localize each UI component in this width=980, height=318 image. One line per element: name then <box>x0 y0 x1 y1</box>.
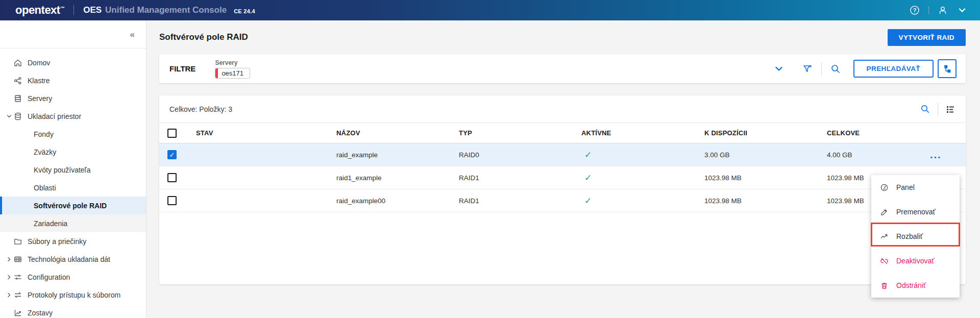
sidebar-item-label: Súbory a priečinky <box>28 237 86 246</box>
active-check-icon: ✓ <box>584 195 704 206</box>
filter-expand-chevron-icon[interactable] <box>774 64 783 74</box>
table-row[interactable]: ✓ raid_example RAID0 ✓ 3.00 GB 4.00 GB .… <box>159 143 966 166</box>
clear-filter-icon[interactable] <box>802 63 813 75</box>
product-name: OES <box>83 5 102 15</box>
select-all-checkbox[interactable] <box>167 129 177 138</box>
home-icon <box>13 58 28 67</box>
chevron-down-icon[interactable] <box>0 113 13 119</box>
menu-item-premenovat[interactable]: Premenovať <box>871 200 960 224</box>
topbar-icon-divider <box>928 6 929 14</box>
filter-label: FILTRE <box>169 64 195 73</box>
sidebar-item-label: Zväzky <box>0 148 56 156</box>
sidebar-item-zvazky[interactable]: Zväzky <box>0 143 146 161</box>
available-size: 1023.98 MB <box>704 174 827 182</box>
raid-name: raid_example00 <box>336 197 459 205</box>
menu-item-deaktivovat[interactable]: Deaktivovať <box>871 249 960 273</box>
table-row[interactable]: raid1_example RAID1 ✓ 1023.98 MB 1023.98… <box>159 166 966 189</box>
menu-item-panel[interactable]: Panel <box>871 175 960 200</box>
menu-item-odstranit[interactable]: Odstrániť <box>871 273 960 298</box>
sidebar-collapse-button[interactable]: « <box>130 30 135 39</box>
filter-search-icon[interactable] <box>830 63 841 75</box>
sidebar-item-label: Protokoly prístupu k súborom <box>28 291 120 299</box>
raid-name: raid_example <box>336 151 459 159</box>
sidebar-item-servery[interactable]: Servery <box>0 89 146 107</box>
sidebar-item-label: Klastre <box>28 77 50 85</box>
pencil-icon <box>880 208 889 216</box>
sidebar-item-oblasti[interactable]: Oblasti <box>0 179 146 197</box>
sidebar: « Domov Klastre <box>0 20 146 318</box>
trash-icon <box>880 281 889 290</box>
top-bar: opentext™ OES Unified Management Console… <box>0 0 980 20</box>
folder-icon <box>13 237 28 246</box>
raid-type: RAID1 <box>459 174 581 182</box>
trademark-symbol: ™ <box>60 6 65 11</box>
chip-status-bar <box>215 68 218 78</box>
table-header-row: STAV NÁZOV TYP AKTÍVNE K DISPOZÍCII CELK… <box>159 123 966 143</box>
table-search-icon[interactable] <box>920 104 930 114</box>
row-more-menu-button[interactable]: ... <box>930 152 966 157</box>
create-raid-button[interactable]: VYTVORIŤ RAID <box>888 29 966 46</box>
menu-item-rozbalit[interactable]: Rozbaliť <box>871 224 960 249</box>
filter-bar: FILTRE Servery oes171 PREHĽA <box>159 54 966 83</box>
sidebar-item-zariadenia[interactable]: Zariadenia <box>0 214 146 232</box>
version-badge: CE 24.4 <box>234 8 255 14</box>
filter-field-label: Servery <box>215 59 250 66</box>
cluster-icon <box>13 76 28 85</box>
report-chart-icon <box>13 308 28 317</box>
column-header-type: TYP <box>459 129 581 137</box>
sidebar-item-technologia-ukladania-dat[interactable]: Technológia ukladania dát <box>0 250 146 268</box>
menu-item-label: Panel <box>896 183 915 191</box>
row-context-menu: Panel Premenovať Rozbaliť Deaktivovať Od… <box>871 175 960 298</box>
tree-view-toggle-button[interactable] <box>938 59 957 78</box>
sliders-icon <box>13 273 28 282</box>
available-size: 1023.98 MB <box>704 197 827 205</box>
sidebar-item-softverove-pole-raid[interactable]: Softvérové pole RAID <box>0 197 146 214</box>
raid-table-card: Celkove: Položky: 3 STAV NÁZOV TYP AKTÍV… <box>159 95 966 284</box>
active-check-icon: ✓ <box>584 173 704 183</box>
filter-field-servers: Servery oes171 <box>215 59 250 79</box>
raid-type: RAID0 <box>459 151 581 159</box>
sidebar-item-label: Domov <box>28 59 50 67</box>
sidebar-item-domov[interactable]: Domov <box>0 54 146 71</box>
user-account-icon[interactable] <box>937 5 948 16</box>
sidebar-item-label: Softvérové pole RAID <box>0 202 107 210</box>
sidebar-item-protokoly-pristupu-k-suborom[interactable]: Protokoly prístupu k súborom <box>0 286 146 304</box>
sidebar-item-label: Kvóty používateľa <box>0 166 90 174</box>
sidebar-item-configuration[interactable]: Configuration <box>0 268 146 286</box>
menu-item-label: Deaktivovať <box>896 257 935 265</box>
row-checkbox[interactable] <box>167 196 177 205</box>
chevron-right-icon[interactable] <box>0 256 13 262</box>
sidebar-item-zostavy[interactable]: Zostavy <box>0 304 146 318</box>
menu-item-label: Premenovať <box>896 208 936 216</box>
account-menu-chevron-icon[interactable] <box>957 5 968 16</box>
sidebar-item-klastre[interactable]: Klastre <box>0 71 146 89</box>
row-checkbox[interactable] <box>167 173 177 182</box>
main-content: Softvérové pole RAID VYTVORIŤ RAID FILTR… <box>146 20 980 318</box>
chip-value: oes171 <box>222 69 243 77</box>
sidebar-item-fondy[interactable]: Fondy <box>0 125 146 143</box>
table-row[interactable]: raid_example00 RAID1 ✓ 1023.98 MB 1023.9… <box>159 189 966 212</box>
raid-name: raid1_example <box>336 174 459 182</box>
row-checkbox[interactable]: ✓ <box>167 150 177 159</box>
chevron-right-icon[interactable] <box>0 274 13 280</box>
sidebar-item-subory-a-priecinky[interactable]: Súbory a priečinky <box>0 232 146 250</box>
sidebar-header: « <box>0 20 146 48</box>
browse-button[interactable]: PREHĽADÁVAŤ <box>853 60 934 78</box>
help-icon[interactable]: ? <box>909 5 920 16</box>
transfer-arrows-icon <box>13 290 28 300</box>
column-header-status: STAV <box>196 129 336 137</box>
column-settings-icon[interactable] <box>945 104 955 114</box>
sidebar-item-label: Technológia ukladania dát <box>28 255 110 263</box>
gauge-icon <box>880 183 889 192</box>
chevron-right-icon[interactable] <box>0 292 13 298</box>
sidebar-item-ukladaci-priestor[interactable]: Ukladací priestor <box>0 107 146 125</box>
summary-divider <box>938 103 938 116</box>
total-size: 4.00 GB <box>827 151 930 159</box>
link-off-icon <box>880 257 889 265</box>
sidebar-item-kvoty-pouzivatela[interactable]: Kvóty používateľa <box>0 161 146 179</box>
filter-divider <box>821 62 822 76</box>
server-filter-chip[interactable]: oes171 <box>215 68 250 79</box>
raid-type: RAID1 <box>459 197 581 205</box>
storage-tech-icon <box>13 255 28 264</box>
column-header-available: K DISPOZÍCII <box>704 129 827 137</box>
